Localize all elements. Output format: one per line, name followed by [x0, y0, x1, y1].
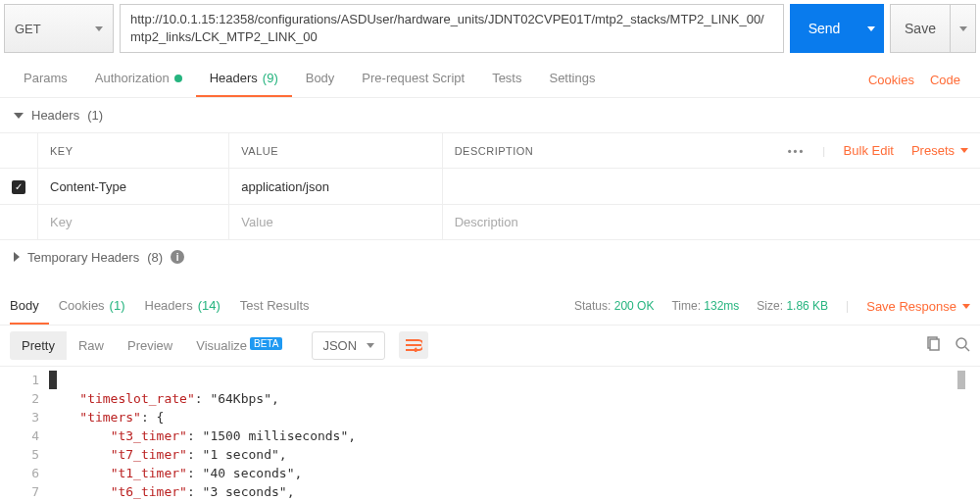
code-link[interactable]: Code — [930, 73, 960, 87]
resp-tab-tests[interactable]: Test Results — [230, 288, 319, 325]
resp-tab-cookies[interactable]: Cookies (1) — [49, 288, 135, 325]
checkbox-checked-icon[interactable]: ✓ — [12, 180, 25, 194]
table-row[interactable]: ✓ Content-Type application/json — [0, 169, 980, 205]
info-icon[interactable]: i — [171, 250, 184, 264]
wrap-lines-button[interactable] — [399, 331, 428, 359]
bulk-edit-button[interactable]: Bulk Edit — [844, 143, 894, 158]
more-icon[interactable]: ••• — [788, 145, 806, 157]
mode-raw[interactable]: Raw — [67, 331, 116, 360]
response-meta: Status: 200 OK Time: 132ms Size: 1.86 KB… — [574, 299, 970, 314]
table-row-new[interactable]: Key Value Description — [0, 204, 980, 239]
wrap-icon — [405, 338, 422, 352]
caret-down-icon — [867, 26, 875, 31]
caret-down-icon — [959, 26, 967, 31]
header-key-cell[interactable]: Content-Type — [38, 169, 229, 205]
col-desc: DESCRIPTION ••• | Bulk Edit Presets — [442, 133, 980, 169]
text-cursor — [49, 371, 57, 389]
tab-tests[interactable]: Tests — [478, 63, 535, 97]
tab-headers[interactable]: Headers (9) — [196, 63, 292, 97]
headers-table: KEY VALUE DESCRIPTION ••• | Bulk Edit Pr… — [0, 132, 980, 240]
response-body[interactable]: 12345678910 { "timeslot_rate": "64Kbps",… — [0, 366, 980, 501]
cookies-link[interactable]: Cookies — [868, 73, 914, 87]
header-value-cell[interactable]: application/json — [229, 169, 442, 205]
caret-down-icon — [95, 26, 103, 31]
header-value-input[interactable]: Value — [229, 204, 442, 239]
save-response-button[interactable]: Save Response — [866, 299, 970, 314]
http-method-select[interactable]: GET — [4, 4, 114, 53]
http-method-value: GET — [15, 22, 41, 36]
headers-section-toggle[interactable]: Headers (1) — [0, 98, 980, 132]
svg-line-3 — [965, 347, 969, 351]
save-button-group: Save — [890, 4, 976, 53]
line-gutter: 12345678910 — [0, 367, 49, 501]
send-button-group: Send — [790, 4, 884, 53]
save-button[interactable]: Save — [890, 4, 951, 53]
resp-tab-body[interactable]: Body — [10, 288, 49, 325]
tab-prerequest[interactable]: Pre-request Script — [348, 63, 478, 97]
copy-icon[interactable] — [925, 336, 941, 355]
send-button[interactable]: Send — [790, 4, 858, 53]
chevron-down-icon — [14, 113, 24, 119]
svg-point-2 — [956, 338, 966, 348]
send-dropdown-button[interactable] — [858, 4, 884, 53]
response-tabs: Body Cookies (1) Headers (14) Test Resul… — [0, 288, 980, 326]
col-value: VALUE — [229, 133, 442, 169]
scrollbar-thumb[interactable] — [957, 371, 965, 389]
url-input[interactable]: http://10.0.1.15:12358/configurations/AS… — [120, 4, 784, 53]
mode-visualize[interactable]: VisualizeBETA — [184, 331, 294, 360]
tab-body[interactable]: Body — [292, 63, 349, 97]
presets-button[interactable]: Presets — [911, 143, 968, 158]
mode-pretty[interactable]: Pretty — [10, 331, 67, 360]
body-toolbar: Pretty Raw Preview VisualizeBETA JSON — [0, 326, 980, 366]
mode-preview[interactable]: Preview — [116, 331, 184, 360]
beta-badge: BETA — [250, 337, 282, 350]
caret-down-icon — [960, 148, 968, 153]
search-icon[interactable] — [955, 336, 970, 355]
col-key: KEY — [38, 133, 229, 169]
caret-down-icon — [962, 304, 970, 309]
tab-params[interactable]: Params — [10, 63, 81, 97]
chevron-right-icon — [14, 252, 20, 262]
code-content[interactable]: { "timeslot_rate": "64Kbps", "timers": {… — [49, 367, 980, 501]
header-desc-cell[interactable] — [442, 169, 980, 205]
save-dropdown-button[interactable] — [951, 4, 976, 53]
caret-down-icon — [367, 343, 374, 348]
request-tabs: Params Authorization Headers (9) Body Pr… — [0, 53, 980, 98]
header-desc-input[interactable]: Description — [442, 204, 980, 239]
tab-settings[interactable]: Settings — [535, 63, 609, 97]
svg-rect-1 — [930, 339, 939, 350]
tab-authorization[interactable]: Authorization — [81, 63, 196, 97]
language-select[interactable]: JSON — [312, 331, 385, 360]
temp-headers-toggle[interactable]: Temporary Headers (8) i — [0, 240, 980, 275]
body-mode-segment: Pretty Raw Preview VisualizeBETA — [10, 331, 294, 360]
header-key-input[interactable]: Key — [38, 204, 229, 239]
status-dot-icon — [174, 75, 182, 82]
resp-tab-headers[interactable]: Headers (14) — [135, 288, 230, 325]
